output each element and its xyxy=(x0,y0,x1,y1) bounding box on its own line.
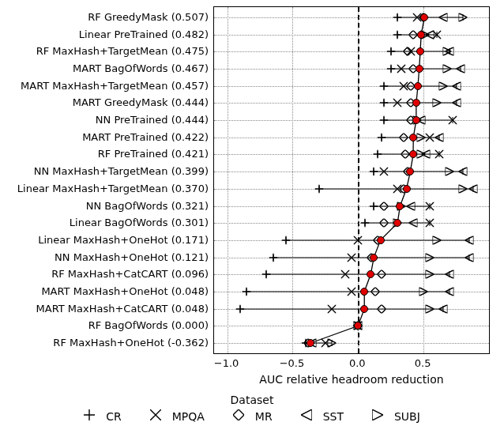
mean-marker xyxy=(414,82,422,90)
chart-figure: AUC relative headroom reduction Dataset … xyxy=(0,0,504,441)
x-axis-label: AUC relative headroom reduction xyxy=(213,373,490,386)
y-tick-label: Linear PreTrained (0.482) xyxy=(79,28,209,40)
mean-marker xyxy=(393,219,401,227)
mean-marker xyxy=(360,305,368,313)
diamond-icon xyxy=(233,409,247,424)
plot-area xyxy=(213,6,490,354)
mean-marker xyxy=(367,270,374,278)
mean-marker xyxy=(406,168,414,175)
legend-item: SUBJ xyxy=(372,409,420,424)
x-tick-label: −0.5 xyxy=(280,357,305,369)
x-tick-label: 0.5 xyxy=(415,357,431,369)
mean-marker xyxy=(416,65,423,73)
mean-marker xyxy=(420,13,428,21)
y-tick-label: MART PreTrained (0.422) xyxy=(82,130,209,142)
mean-marker xyxy=(409,134,417,141)
y-tick-label: RF MaxHash+TargetMean (0.475) xyxy=(36,45,209,57)
mean-marker xyxy=(377,236,385,244)
mean-marker xyxy=(412,116,420,124)
y-tick-label: NN PreTrained (0.444) xyxy=(96,114,209,126)
mean-marker xyxy=(412,99,420,107)
legend-item: MPQA xyxy=(150,409,205,424)
y-tick-label: RF BagOfWords (0.000) xyxy=(88,319,209,331)
legend-label: MPQA xyxy=(172,410,205,423)
mean-marker xyxy=(354,322,362,330)
legend: Dataset CRMPQAMRSSTSUBJ xyxy=(0,394,504,424)
mean-marker xyxy=(360,288,368,296)
legend-title: Dataset xyxy=(0,394,504,406)
y-tick-label: RF GreedyMask (0.507) xyxy=(88,11,209,23)
mean-marker xyxy=(403,185,411,193)
y-tick-label: RF PreTrained (0.421) xyxy=(98,148,209,160)
y-tick-label: RF MaxHash+OneHot (-0.362) xyxy=(53,336,209,348)
y-tick-label: NN MaxHash+TargetMean (0.399) xyxy=(34,165,209,177)
mean-marker xyxy=(307,339,314,347)
tri-right-icon xyxy=(372,409,386,424)
y-tick-label: MART GreedyMask (0.444) xyxy=(73,96,209,108)
tri-left-icon xyxy=(301,409,315,424)
legend-label: MR xyxy=(255,410,273,423)
x-icon xyxy=(150,409,164,424)
mean-marker xyxy=(416,47,424,55)
y-tick-label: MART BagOfWords (0.467) xyxy=(73,62,209,74)
legend-label: SUBJ xyxy=(394,410,420,423)
legend-item: CR xyxy=(84,409,122,424)
mean-marker xyxy=(396,202,404,210)
legend-item: SST xyxy=(301,409,344,424)
y-tick-label: Linear MaxHash+OneHot (0.171) xyxy=(38,233,209,245)
y-tick-label: Linear MaxHash+TargetMean (0.370) xyxy=(17,182,209,194)
y-tick-label: MART MaxHash+OneHot (0.048) xyxy=(41,285,209,296)
y-tick-label: NN MaxHash+OneHot (0.121) xyxy=(55,251,209,262)
y-tick-label: MART MaxHash+TargetMean (0.457) xyxy=(21,79,209,91)
mean-marker xyxy=(417,31,425,39)
legend-label: CR xyxy=(106,410,122,423)
y-tick-label: NN BagOfWords (0.321) xyxy=(86,199,209,211)
y-tick-label: RF MaxHash+CatCART (0.096) xyxy=(51,268,209,280)
y-tick-label: Linear BagOfWords (0.301) xyxy=(70,217,209,228)
mean-marker xyxy=(409,150,417,158)
mean-marker xyxy=(370,254,378,262)
legend-label: SST xyxy=(323,410,344,423)
legend-item: MR xyxy=(233,409,273,424)
x-tick-label: −1.0 xyxy=(214,357,239,369)
plus-icon xyxy=(84,409,98,424)
x-tick-label: 0.0 xyxy=(349,357,366,369)
y-tick-label: MART MaxHash+CatCART (0.048) xyxy=(36,302,209,314)
